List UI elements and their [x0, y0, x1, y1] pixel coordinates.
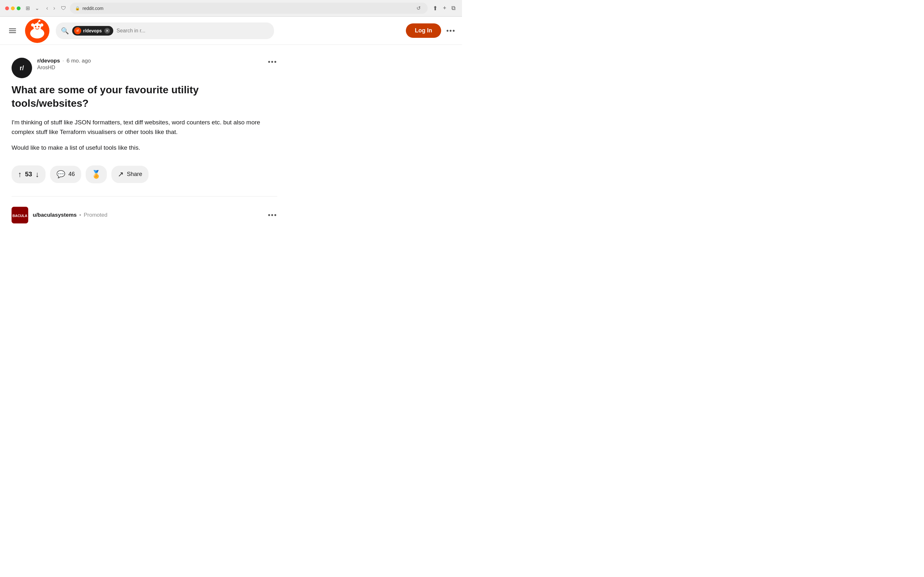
subreddit-tag-close-button[interactable]: ✕: [104, 28, 110, 34]
browser-actions: ⬆ + ⧉: [431, 3, 457, 13]
nav-arrows: ‹ ›: [44, 4, 57, 12]
new-tab-button[interactable]: +: [441, 3, 447, 13]
svg-point-2: [33, 23, 41, 31]
search-icon-button[interactable]: 🔍: [61, 27, 69, 35]
search-input[interactable]: [116, 28, 269, 34]
upvote-icon[interactable]: ↑: [18, 170, 22, 179]
search-bar[interactable]: 🔍 r/ r/devops ✕: [56, 23, 274, 39]
post-more-options-button[interactable]: •••: [268, 58, 277, 66]
privacy-icon: 🛡: [61, 5, 66, 11]
tab-chevron-button[interactable]: ⌄: [34, 4, 40, 13]
svg-point-3: [31, 23, 34, 27]
post-meta: r/devops · 6 mo. ago ArosHD: [37, 58, 263, 71]
reddit-header: 🔍 r/ r/devops ✕ Log In •••: [0, 17, 462, 45]
share-icon: ↗: [118, 170, 124, 179]
post-body-paragraph-1: I'm thinking of stuff like JSON formatte…: [11, 118, 277, 137]
downvote-icon[interactable]: ↓: [35, 170, 39, 179]
svg-point-8: [39, 20, 40, 22]
tab-overview-button[interactable]: ⊞: [24, 4, 31, 13]
subreddit-tag-label: r/devops: [83, 28, 102, 33]
traffic-lights: [5, 6, 21, 10]
svg-point-6: [38, 26, 40, 27]
search-bar-wrapper: 🔍 r/ r/devops ✕: [56, 23, 274, 39]
subreddit-avatar[interactable]: r/: [11, 58, 32, 78]
comment-icon: 💬: [57, 170, 65, 179]
promoted-more-options-button[interactable]: •••: [268, 211, 277, 219]
tab-overview-browser-button[interactable]: ⧉: [450, 3, 457, 13]
minimize-traffic-light[interactable]: [11, 6, 15, 10]
post-title: What are some of your favourite utility …: [11, 83, 277, 110]
subreddit-tag: r/ r/devops ✕: [72, 26, 113, 35]
close-traffic-light[interactable]: [5, 6, 9, 10]
post-body-paragraph-2: Would like to make a list of useful tool…: [11, 143, 277, 152]
login-button[interactable]: Log In: [406, 23, 441, 38]
fullscreen-traffic-light[interactable]: [17, 6, 21, 10]
promoted-dot: •: [79, 212, 81, 218]
post-author[interactable]: ArosHD: [37, 65, 263, 71]
hamburger-menu-button[interactable]: [6, 26, 19, 35]
award-button[interactable]: 🏅: [86, 165, 107, 183]
promoted-post: BACULA u/baculasystems • Promoted •••: [11, 203, 277, 227]
reload-button[interactable]: ↺: [415, 5, 423, 12]
post-actions: ↑ 53 ↓ 💬 46 🏅 ↗ Share: [11, 165, 277, 183]
reddit-logo[interactable]: [25, 19, 49, 43]
award-icon: 🏅: [91, 170, 101, 179]
share-browser-button[interactable]: ⬆: [431, 3, 439, 13]
subreddit-name[interactable]: r/devops: [37, 58, 60, 64]
meta-separator: ·: [63, 58, 64, 64]
post-body: I'm thinking of stuff like JSON formatte…: [11, 118, 277, 152]
promoted-username[interactable]: u/baculasystems: [33, 212, 77, 218]
promoted-label: Promoted: [84, 212, 107, 218]
post-meta-top: r/devops · 6 mo. ago: [37, 58, 263, 64]
more-options-button[interactable]: •••: [446, 27, 456, 35]
back-button[interactable]: ‹: [44, 4, 50, 12]
window-controls: ⊞ ⌄: [24, 4, 40, 13]
svg-text:BACULA: BACULA: [13, 214, 27, 218]
separator: [11, 196, 277, 197]
vote-button[interactable]: ↑ 53 ↓: [11, 165, 45, 183]
share-button[interactable]: ↗ Share: [111, 166, 149, 183]
subreddit-tag-icon: r/: [74, 27, 81, 34]
post-time: 6 mo. ago: [67, 58, 91, 64]
main-content: r/ r/devops · 6 mo. ago ArosHD ••• What …: [0, 45, 289, 237]
share-label: Share: [127, 171, 142, 177]
svg-point-4: [40, 23, 43, 27]
svg-point-5: [35, 26, 37, 27]
vote-count: 53: [25, 171, 32, 178]
comment-button[interactable]: 💬 46: [50, 166, 81, 183]
browser-chrome: ⊞ ⌄ ‹ › 🛡 🔒 reddit.com ↺ ⬆ + ⧉: [0, 0, 462, 17]
comment-count: 46: [68, 171, 75, 177]
header-right: Log In •••: [406, 23, 456, 38]
address-text: reddit.com: [82, 6, 103, 11]
promoted-meta: u/baculasystems • Promoted: [33, 212, 107, 218]
lock-icon: 🔒: [75, 6, 80, 11]
address-bar[interactable]: 🔒 reddit.com ↺: [70, 3, 428, 14]
promoted-avatar: BACULA: [11, 207, 28, 223]
forward-button[interactable]: ›: [51, 4, 57, 12]
